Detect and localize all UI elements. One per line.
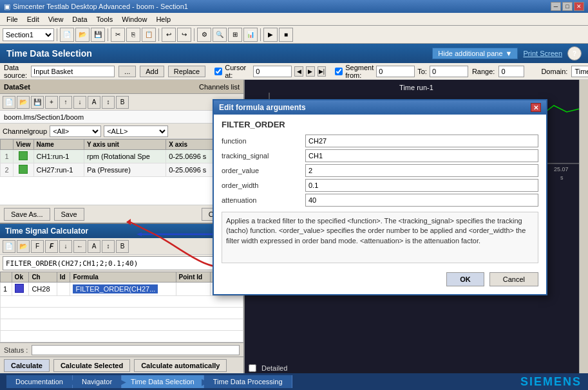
right-scrollbar[interactable]	[579, 80, 588, 373]
close-button[interactable]: ✕	[574, 2, 584, 11]
field-input-attenuation[interactable]	[305, 194, 538, 207]
field-input-function[interactable]	[305, 135, 538, 147]
row-num-1: 1	[1, 150, 14, 163]
cursor-checkbox[interactable]	[214, 68, 222, 75]
tsc-down-button[interactable]: ↓	[59, 240, 72, 253]
tsc-new-button[interactable]: 📄	[3, 240, 15, 253]
add-button[interactable]: Add	[140, 66, 164, 77]
ds-save-button[interactable]: 💾	[31, 96, 44, 109]
play-button[interactable]: ▶	[263, 28, 278, 42]
minimize-button[interactable]: ─	[551, 2, 561, 11]
save-toolbar-button[interactable]: 💾	[91, 28, 105, 42]
replace-button[interactable]: Replace	[168, 66, 205, 77]
cursor-area: Cursor at: ◀ ▶ ▶|	[214, 64, 326, 79]
ds-open-button[interactable]: 📂	[17, 96, 30, 109]
print-screen-button[interactable]: Print Screen	[523, 50, 562, 57]
status-input[interactable]	[32, 345, 240, 355]
calculate-button[interactable]: Calculate	[4, 359, 50, 372]
nav-step-documentation[interactable]: Documentation	[6, 375, 73, 388]
nav-step-time-data-processing[interactable]: Time Data Processing	[204, 375, 292, 388]
undo-button[interactable]: ↩	[162, 28, 176, 42]
row-1-y-unit: rpm (Rotational Spe	[84, 150, 166, 163]
dialog-ok-button[interactable]: OK	[446, 272, 484, 286]
field-input-order-width[interactable]	[305, 179, 538, 192]
ds-filter-button[interactable]: A	[88, 96, 100, 109]
row-2-checkbox[interactable]	[14, 163, 34, 177]
help-button[interactable]: ?	[567, 46, 582, 60]
ds-arrow-up-button[interactable]: ↑	[59, 96, 72, 109]
ds-new-button[interactable]: 📄	[3, 96, 15, 109]
cut-button[interactable]: ✂	[111, 28, 125, 42]
copy-button[interactable]: ⎘	[126, 28, 140, 42]
channel-filter-select[interactable]: <ALL>	[104, 125, 168, 137]
tsc-formula-button[interactable]: F	[45, 240, 58, 253]
ds-bold-button[interactable]: B	[116, 96, 129, 109]
segment-checkbox[interactable]	[335, 68, 343, 75]
new-button[interactable]: 📄	[60, 28, 74, 42]
calculate-auto-button[interactable]: Calculate automatically	[134, 359, 227, 372]
menu-window[interactable]: Window	[118, 15, 151, 24]
menu-file[interactable]: File	[3, 15, 22, 24]
fit-button[interactable]: ⊞	[228, 28, 242, 42]
left-panel: DataSet Channels list 📄 📂 💾 + ↑ ↓ A ↕ B …	[0, 80, 245, 373]
formula-arguments-dialog[interactable]: Edit formula arguments ✕ FILTER_ORDER fu…	[213, 99, 547, 295]
segment-from-input[interactable]	[376, 66, 415, 77]
menu-help[interactable]: Help	[152, 15, 175, 24]
maximize-button[interactable]: □	[562, 2, 573, 11]
field-label-order-value: order_value	[222, 167, 305, 174]
zoom-button[interactable]: 🔍	[213, 28, 227, 42]
tsc-text-button[interactable]: A	[88, 240, 100, 253]
ds-dots-button[interactable]: ...	[119, 66, 136, 77]
title-bar-controls[interactable]: ─ □ ✕	[551, 2, 584, 11]
range-input[interactable]	[498, 66, 524, 77]
file-path: boom.lms/Section1/boom	[0, 111, 243, 124]
svg-text:25.07: 25.07	[554, 166, 569, 172]
tsc-col-num	[1, 272, 12, 283]
tsc-sort-button[interactable]: ↕	[102, 240, 115, 253]
chart-button[interactable]: 📊	[243, 28, 258, 42]
ds-arrow-down-button[interactable]: ↓	[73, 96, 86, 109]
to-input[interactable]	[430, 66, 468, 77]
cursor-prev-button[interactable]: ◀	[294, 66, 303, 77]
tsc-open-button[interactable]: 📂	[17, 240, 30, 253]
tsc-left-button[interactable]: ←	[73, 240, 86, 253]
open-button[interactable]: 📂	[75, 28, 90, 42]
section-select[interactable]: Section1	[3, 28, 54, 41]
menu-data[interactable]: Data	[68, 15, 91, 24]
menu-view[interactable]: View	[44, 15, 68, 24]
hide-pane-button[interactable]: Hide additional pane ▼	[432, 48, 518, 59]
save-as-button[interactable]: Save As...	[4, 208, 50, 221]
cursor-input[interactable]	[253, 66, 292, 77]
cursor-label: Cursor at:	[225, 64, 251, 79]
nav-step-time-data-selection[interactable]: Time Data Selection	[122, 375, 204, 388]
detailed-checkbox[interactable]	[249, 364, 256, 372]
calculate-selected-button[interactable]: Calculate Selected	[53, 359, 130, 372]
menu-tools[interactable]: Tools	[93, 15, 117, 24]
redo-button[interactable]: ↪	[177, 28, 191, 42]
stop-button[interactable]: ■	[279, 28, 293, 42]
settings-button[interactable]: ⚙	[197, 28, 211, 42]
nav-step-navigator[interactable]: Navigator	[73, 375, 122, 388]
dialog-cancel-button[interactable]: Cancel	[489, 272, 538, 286]
tsc-row-ok-1	[12, 283, 29, 296]
dialog-close-button[interactable]: ✕	[531, 103, 541, 112]
field-input-order-value[interactable]	[305, 164, 538, 177]
menu-edit[interactable]: Edit	[23, 15, 43, 24]
datasource-input[interactable]	[31, 66, 115, 77]
row-1-x-axis: 0-25.0696 s	[166, 150, 218, 163]
cursor-next-button[interactable]: ▶	[306, 66, 315, 77]
field-row-function: function	[222, 135, 538, 147]
channelgroup-select[interactable]: <All>	[50, 125, 101, 137]
save-button[interactable]: Save	[54, 208, 84, 221]
ds-add-chan-button[interactable]: +	[45, 96, 58, 109]
ds-sort-button[interactable]: ↕	[102, 96, 115, 109]
cursor-end-button[interactable]: ▶|	[318, 66, 327, 77]
row-1-checkbox[interactable]	[14, 150, 34, 163]
tsc-row-formula-1[interactable]: FILTER_ORDER(CH27...	[70, 283, 176, 296]
paste-button[interactable]: 📋	[142, 28, 156, 42]
col-x-axis: X axis	[166, 140, 218, 150]
tsc-save-button[interactable]: F	[31, 240, 44, 253]
field-input-tracking[interactable]	[305, 149, 538, 162]
domain-select[interactable]: Time	[571, 66, 588, 77]
tsc-bold-button[interactable]: B	[116, 240, 129, 253]
